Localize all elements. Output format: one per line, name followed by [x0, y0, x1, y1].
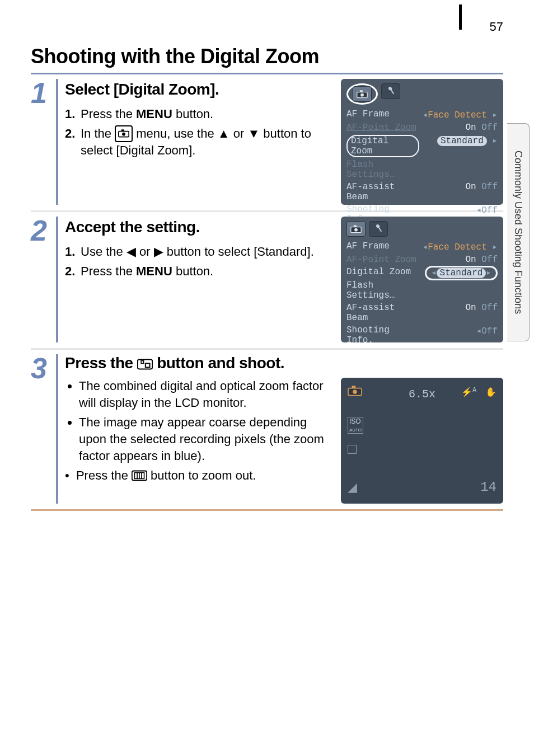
left-arrow-icon: ◀ [127, 245, 136, 259]
bullet-item: The combined digital and optical zoom fa… [79, 378, 334, 411]
step-text: The combined digital and optical zoom fa… [65, 378, 341, 504]
zoom-factor-value: 6.5x [409, 388, 435, 401]
svg-point-4 [360, 93, 364, 97]
menu-row: AF Frame◂Face Detect ▸ [346, 240, 498, 253]
step-item: Press the MENU button. [65, 106, 334, 123]
page-number: 57 [490, 20, 503, 34]
zoom-out-icon [132, 468, 151, 482]
svg-rect-11 [146, 363, 150, 367]
step-text: Accept the setting. Use the ◀ or ▶ butto… [65, 217, 341, 342]
svg-rect-5 [360, 90, 363, 92]
menu-row: Flash Settings… [346, 279, 498, 302]
image-quality-icon: ◢ [348, 480, 357, 495]
step-number: 2 [31, 217, 56, 342]
svg-rect-19 [352, 386, 356, 388]
svg-rect-10 [141, 361, 144, 364]
step-body: Accept the setting. Use the ◀ or ▶ butto… [56, 217, 503, 342]
step-body: Select [Digital Zoom]. Press the MENU bu… [56, 79, 503, 205]
page-title: Shooting with the Digital Zoom [31, 45, 503, 68]
step-3: 3 Press the button and shoot. The combin… [31, 354, 503, 509]
svg-rect-2 [121, 130, 124, 132]
svg-point-18 [353, 389, 357, 394]
side-tab-label: Commonly Used Shooting Functions [512, 151, 524, 314]
shots-remaining-value: 14 [480, 480, 496, 495]
lcd-menu-screenshot-1: AF Frame◂Face Detect ▸ AF-Point ZoomOn O… [341, 79, 503, 205]
menu-row: Digital Zoom◂Standard▸ [346, 266, 498, 279]
iso-auto-icon: ISOAUTO [348, 417, 363, 434]
tools-tab-icon [381, 83, 400, 99]
step-heading: Press the button and shoot. [65, 354, 503, 372]
step-item: Press the MENU button. [65, 263, 334, 280]
lcd-menu-screenshot-2: AF Frame◂Face Detect ▸ AF-Point ZoomOn O… [341, 217, 503, 342]
header-divider [459, 4, 462, 30]
right-arrow-icon: ▸ [492, 136, 498, 146]
camera-tab-icon [346, 221, 366, 237]
bottom-rule [31, 509, 503, 511]
down-arrow-icon: ▼ [247, 126, 260, 140]
menu-row: AF Frame◂Face Detect ▸ [346, 108, 498, 121]
step-1: 1 Select [Digital Zoom]. Press the MENU … [31, 79, 503, 212]
side-tab: Commonly Used Shooting Functions [507, 123, 530, 341]
bullet-item: The image may appear coarse depending up… [79, 414, 334, 464]
up-arrow-icon: ▲ [218, 126, 230, 140]
menu-row: AF-Point ZoomOn Off [346, 121, 498, 134]
step-text: Select [Digital Zoom]. Press the MENU bu… [65, 79, 341, 205]
step-item: Use the ◀ or ▶ button to select [Standar… [65, 243, 334, 260]
zoom-in-icon [137, 354, 157, 372]
svg-rect-8 [354, 225, 357, 227]
menu-row: Digital ZoomStandard ▸ [346, 134, 498, 158]
bullet-item: • Press the button to zoom out. [65, 467, 334, 484]
camera-tab-icon [353, 86, 372, 102]
menu-row: AF-assist BeamOn Off [346, 181, 498, 203]
step-2: 2 Accept the setting. Use the ◀ or ▶ but… [31, 217, 503, 350]
svg-point-7 [354, 228, 358, 232]
menu-row: Shooting Info.◂Off [346, 324, 498, 346]
menu-row: AF-assist BeamOn Off [346, 302, 498, 324]
flash-auto-icon: ⚡A [461, 387, 476, 397]
step-heading: Accept the setting. [65, 217, 334, 238]
step-body: Press the button and shoot. The combined… [56, 354, 503, 504]
image-size-icon [348, 445, 357, 454]
stabilizer-icon: ✋ [485, 387, 496, 397]
menu-row: AF-Point ZoomOn Off [346, 253, 498, 266]
tools-tab-icon [369, 221, 388, 237]
page: 57 Shooting with the Digital Zoom 1 Sele… [0, 0, 534, 511]
step-number: 3 [31, 354, 56, 504]
step-item: In the menu, use the ▲ or ▼ button to se… [65, 125, 334, 159]
camera-menu-icon [115, 125, 133, 142]
lcd-shooting-screenshot: 6.5x ⚡A ✋ ISOAUTO ◢ 14 [341, 378, 503, 504]
title-underline [31, 73, 503, 74]
menu-row: Flash Settings… [346, 158, 498, 181]
svg-point-1 [122, 133, 125, 136]
step-heading: Select [Digital Zoom]. [65, 79, 334, 100]
step-number: 1 [31, 79, 56, 205]
right-arrow-icon: ▶ [154, 245, 163, 259]
circled-camera-tab [346, 83, 378, 105]
camera-mode-icon [348, 384, 362, 400]
